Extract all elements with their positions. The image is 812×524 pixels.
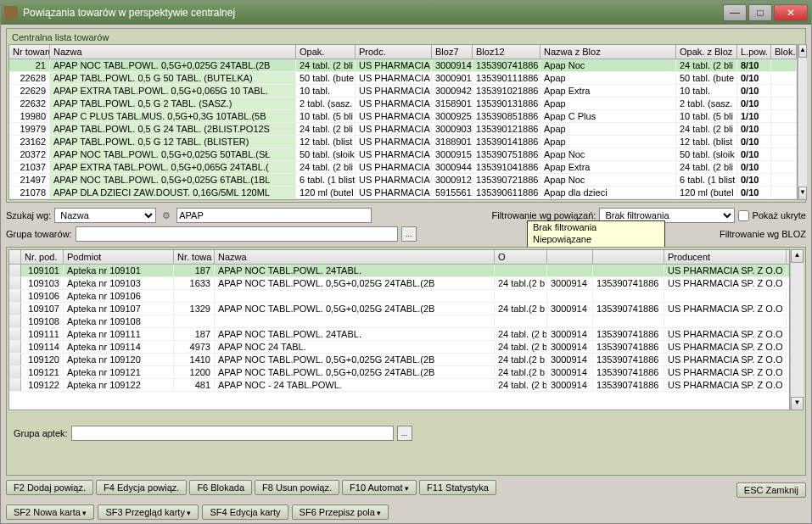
sf6-button[interactable]: SF6 Przepisz pola [292,504,389,520]
scroll-up-icon[interactable]: ▲ [791,249,804,263]
search-label: Szukaj wg: [6,210,51,220]
column-header[interactable]: Bloz12 [473,45,540,59]
filter-label: Filtrowanie wg powiązań: [492,210,596,220]
pharm-group-row: Grupa aptek: ... [8,424,804,443]
f8-button[interactable]: F8 Usun powiąz. [255,480,339,495]
table-row[interactable]: 21APAP NOC TABL.POWL. 0,5G+0,025G 24TABL… [9,59,797,72]
close-button[interactable]: ✕ [774,4,808,21]
column-header[interactable]: Nazwa [50,45,296,59]
table-row[interactable]: 19980APAP C PLUS TABL.MUS. 0,5G+0,3G 10T… [9,110,797,123]
table-row[interactable]: 21497APAP NOC TABL.POWL. 0,5G+0,025G 6TA… [9,174,797,187]
column-header[interactable]: Nr. pod. [21,250,64,264]
table-row[interactable]: 109106Apteka nr 109106 [9,290,789,303]
scroll-down-icon[interactable]: ▼ [798,187,807,200]
column-header[interactable] [593,250,664,264]
table-row[interactable]: 109108Apteka nr 109108 [9,315,789,328]
column-header[interactable]: Blok. [771,45,797,59]
column-header[interactable]: Nr towaru [9,45,50,59]
maximize-button[interactable]: □ [748,4,772,21]
table-row[interactable]: 109103Apteka nr 1091031633APAP NOC TABL.… [9,277,789,290]
show-hidden-label: Pokaż ukryte [752,210,806,220]
search-row: Szukaj wg: Nazwa ⚙ Filtrowanie wg powiąz… [1,206,811,225]
f6-button[interactable]: F6 Blokada [189,480,252,495]
sf3-button[interactable]: SF3 Przegląd karty [98,504,199,520]
table-row[interactable]: 109121Apteka nr 1091211200APAP NOC TABL.… [9,366,789,379]
search-input[interactable] [176,208,372,223]
table-row[interactable]: 109101Apteka nr 109101187APAP NOC TABL.P… [9,265,789,277]
filter-bloz-label: Filtrowanie wg BLOZ [720,229,806,239]
column-header[interactable]: Nr. towa [174,250,215,264]
column-header[interactable]: Bloz7 [432,45,473,59]
f11-button[interactable]: F11 Statystyka [419,480,496,495]
column-header[interactable]: Prodc. [356,45,432,59]
central-goods-grid[interactable]: Nr towaruNazwaOpak.Prodc.Bloz7Bloz12Nazw… [8,44,798,200]
group-label: Grupa towarów: [6,229,72,239]
scroll-up-icon[interactable]: ▲ [798,44,807,58]
table-row[interactable]: 20372APAP NOC TABL.POWL. 0,5G+0,025G 50T… [9,148,797,161]
sf2-button[interactable]: SF2 Nowa karta [6,504,94,520]
top-panel: Centralna lista towarów Nr towaruNazwaOp… [6,28,806,203]
minimize-button[interactable]: — [723,4,747,21]
esc-close-button[interactable]: ESC Zamknij [736,482,806,498]
bottom-panel: Nr. pod.PodmiotNr. towaNazwaOProducent 1… [6,247,806,476]
column-header[interactable]: Producent [664,250,787,264]
filter-option[interactable]: Brak filtrowania [528,221,664,233]
table-row[interactable]: 19979APAP TABL.POWL. 0,5 G 24 TABL. (2BL… [9,123,797,136]
search-field-select[interactable]: Nazwa [54,208,156,223]
app-icon [4,6,18,20]
column-header[interactable]: O [495,250,547,264]
f4-button[interactable]: F4 Edycja powiąz. [96,480,187,495]
button-bar-2: SF2 Nowa kartaSF3 Przegląd kartySF4 Edyc… [1,501,811,523]
column-header[interactable]: Podmiot [64,250,174,264]
grid1-scrollbar[interactable]: ▲ ▼ [798,44,807,200]
top-panel-title: Centralna lista towarów [8,31,804,44]
f10-button[interactable]: F10 Automat [342,480,417,495]
f2-button[interactable]: F2 Dodaj powiąz. [6,480,93,495]
show-hidden-checkbox[interactable] [738,210,749,221]
filter-option[interactable]: Niepowiązane [528,233,664,245]
table-row[interactable]: 22628APAP TABL.POWL. 0,5 G 50 TABL. (BUT… [9,72,797,85]
table-row[interactable]: 22629APAP EXTRA TABL.POWL. 0,5G+0,065G 1… [9,85,797,98]
table-row[interactable]: 21078APAP DLA DZIECI ZAW.DOUST. 0,16G/5M… [9,187,797,199]
table-row[interactable]: 109114Apteka nr 1091144973APAP NOC 24 TA… [9,341,789,354]
column-header[interactable]: Opak. [296,45,356,59]
sf4-button[interactable]: SF4 Edycja karty [202,504,288,520]
group-input[interactable] [76,226,398,242]
group-row: Grupa towarów: ... Filtrowanie wg BLOZ [1,225,811,243]
window-title: Powiązania towarów w perspektywie centra… [23,7,723,19]
table-row[interactable]: 109107Apteka nr 1091071329APAP NOC TABL.… [9,303,789,315]
titlebar: Powiązania towarów w perspektywie centra… [1,1,811,25]
grid2-scrollbar[interactable]: ▲ ▼ [790,249,804,410]
column-header[interactable]: Opak. z Bloz [676,45,737,59]
pharm-group-label: Grupa aptek: [14,428,68,438]
button-bar-1: F2 Dodaj powiąz. F4 Edycja powiąz. F6 Bl… [1,479,811,501]
gear-icon[interactable]: ⚙ [160,209,173,222]
entities-grid[interactable]: Nr. pod.PodmiotNr. towaNazwaOProducent 1… [8,249,790,410]
table-row[interactable]: 109120Apteka nr 1091201410APAP NOC TABL.… [9,354,789,366]
scroll-down-icon[interactable]: ▼ [791,397,804,410]
table-row[interactable]: 22632APAP TABL.POWL. 0,5 G 2 TABL. (SASZ… [9,98,797,110]
pharm-group-input[interactable] [71,426,394,441]
pharm-group-browse-button[interactable]: ... [397,426,412,441]
table-row[interactable]: 109111Apteka nr 109111187APAP NOC TABL.P… [9,328,789,341]
group-browse-button[interactable]: ... [401,226,417,242]
table-row[interactable]: 109122Apteka nr 109122481APAP NOC - 24 T… [9,379,789,392]
column-header[interactable]: Nazwa z Bloz [540,45,676,59]
main-window: Powiązania towarów w perspektywie centra… [0,0,812,524]
column-header[interactable]: Nazwa [215,250,495,264]
column-header[interactable] [547,250,593,264]
table-row[interactable]: 21037APAP EXTRA TABL.POWL. 0,5G+0,065G 2… [9,161,797,174]
table-row[interactable]: 23162APAP TABL.POWL. 0,5 G 12 TABL. (BLI… [9,136,797,148]
column-header[interactable]: L.pow. [737,45,771,59]
